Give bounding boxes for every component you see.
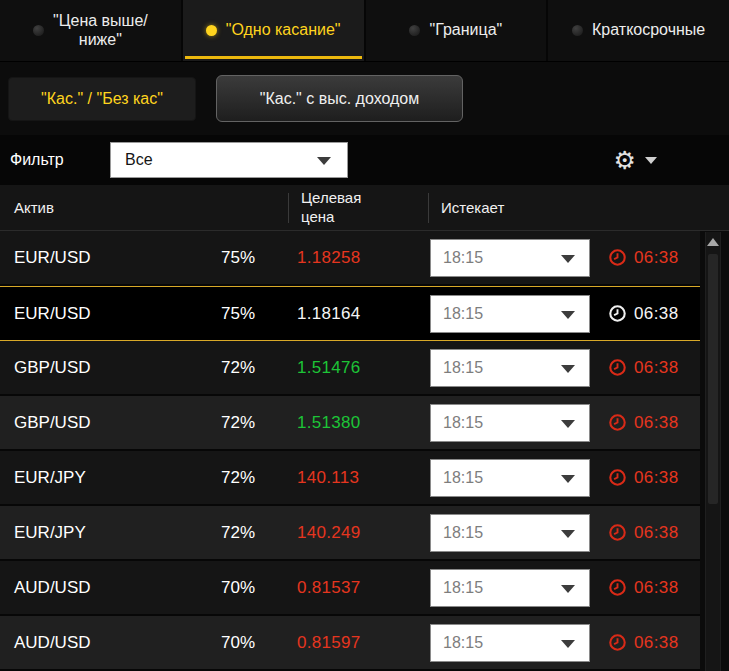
countdown-cell: 06:38 xyxy=(608,578,679,598)
expiry-select-value: 18:15 xyxy=(443,249,483,267)
expiry-select-value: 18:15 xyxy=(443,305,483,323)
payout-percent: 72% xyxy=(189,413,255,433)
payout-percent: 75% xyxy=(189,248,255,268)
countdown: 06:38 xyxy=(634,523,679,543)
target-price: 1.51476 xyxy=(255,358,430,378)
dropdown-arrow-icon xyxy=(561,311,575,319)
asset-name: EUR/JPY xyxy=(0,523,189,543)
table-row[interactable]: GBP/USD 72% 1.51476 18:15 06:38 xyxy=(0,341,700,396)
settings-control[interactable]: ⚙ xyxy=(614,148,657,173)
tab-3[interactable]: "Граница" xyxy=(366,0,549,61)
tab-radio-icon xyxy=(206,25,217,36)
vertical-scrollbar[interactable] xyxy=(705,232,721,671)
expiry-select-value: 18:15 xyxy=(443,634,483,652)
dropdown-arrow-icon xyxy=(561,475,575,483)
table-row[interactable]: AUD/USD 70% 0.81597 18:15 06:38 xyxy=(0,616,700,671)
table-row[interactable]: EUR/JPY 72% 140.249 18:15 06:38 xyxy=(0,506,700,561)
scroll-up-icon[interactable] xyxy=(707,238,719,246)
target-price: 0.81537 xyxy=(255,578,430,598)
payout-percent: 70% xyxy=(189,633,255,653)
tab-label: Краткосрочные xyxy=(592,21,705,40)
one-touch-options-panel: "Цена выше/ниже" "Одно касание" "Граница… xyxy=(0,0,729,671)
filter-select[interactable]: Все xyxy=(110,142,348,178)
asset-name: AUD/USD xyxy=(0,633,189,653)
clock-icon xyxy=(608,578,627,597)
header-line: Целевая xyxy=(301,189,428,208)
asset-name: AUD/USD xyxy=(0,578,189,598)
clock-icon xyxy=(608,358,627,377)
tab-label: "Одно касание" xyxy=(226,21,341,40)
expiry-select-value: 18:15 xyxy=(443,579,483,597)
column-header-asset: Актив xyxy=(0,199,288,216)
dropdown-arrow-icon xyxy=(561,365,575,373)
tab-1[interactable]: "Цена выше/ниже" xyxy=(0,0,183,61)
dropdown-arrow-icon xyxy=(561,585,575,593)
countdown-cell: 06:38 xyxy=(608,413,679,433)
expiry-select[interactable]: 18:15 xyxy=(430,514,590,552)
countdown-cell: 06:38 xyxy=(608,358,679,378)
table-row[interactable]: EUR/USD 75% 1.18164 18:15 06:38 xyxy=(0,286,700,341)
expiry-select[interactable]: 18:15 xyxy=(430,239,590,277)
expiry-select[interactable]: 18:15 xyxy=(430,404,590,442)
clock-icon xyxy=(608,413,627,432)
dropdown-arrow-icon xyxy=(561,640,575,648)
expiry-select[interactable]: 18:15 xyxy=(430,569,590,607)
countdown: 06:38 xyxy=(634,413,679,433)
target-price: 140.249 xyxy=(255,523,430,543)
tab-label: "Граница" xyxy=(429,21,502,40)
expiry-select[interactable]: 18:15 xyxy=(430,624,590,662)
clock-icon xyxy=(608,304,627,323)
expiry-select-value: 18:15 xyxy=(443,524,483,542)
countdown: 06:38 xyxy=(634,578,679,598)
option-type-button-2[interactable]: "Кас." с выс. доходом xyxy=(216,75,463,122)
countdown-cell: 06:38 xyxy=(608,304,679,324)
column-header-expires: Истекает xyxy=(429,199,504,216)
expiry-select[interactable]: 18:15 xyxy=(430,349,590,387)
tab-bar: "Цена выше/ниже" "Одно касание" "Граница… xyxy=(0,0,729,62)
dropdown-arrow-icon xyxy=(561,255,575,263)
expiry-select[interactable]: 18:15 xyxy=(430,295,590,333)
asset-name: GBP/USD xyxy=(0,358,189,378)
countdown: 06:38 xyxy=(634,358,679,378)
table-row[interactable]: EUR/USD 75% 1.18258 18:15 06:38 xyxy=(0,231,700,286)
tab-radio-icon xyxy=(33,25,44,36)
target-price: 0.81597 xyxy=(255,633,430,653)
asset-name: EUR/JPY xyxy=(0,468,189,488)
countdown-cell: 06:38 xyxy=(608,468,679,488)
expiry-select-value: 18:15 xyxy=(443,469,483,487)
scrollbar-thumb[interactable] xyxy=(708,254,718,504)
clock-icon xyxy=(608,468,627,487)
asset-name: GBP/USD xyxy=(0,413,189,433)
tab-radio-icon xyxy=(572,25,583,36)
column-header-target-price: Целевая цена xyxy=(289,189,428,227)
header-line: цена xyxy=(301,208,428,227)
clock-icon xyxy=(608,633,627,652)
expiry-select-value: 18:15 xyxy=(443,414,483,432)
countdown: 06:38 xyxy=(634,468,679,488)
table-row[interactable]: GBP/USD 72% 1.51380 18:15 06:38 xyxy=(0,396,700,451)
expiry-select[interactable]: 18:15 xyxy=(430,459,590,497)
target-price: 1.51380 xyxy=(255,413,430,433)
filter-bar: Фильтр Все ⚙ xyxy=(0,135,729,185)
payout-percent: 72% xyxy=(189,358,255,378)
clock-icon xyxy=(608,523,627,542)
countdown-cell: 06:38 xyxy=(608,633,679,653)
asset-name: EUR/USD xyxy=(0,304,189,324)
table-row[interactable]: EUR/JPY 72% 140.113 18:15 06:38 xyxy=(0,451,700,506)
dropdown-arrow-icon xyxy=(561,530,575,538)
chevron-down-icon xyxy=(645,157,657,164)
option-type-button-1[interactable]: "Кас." / "Без кас" xyxy=(8,77,196,121)
option-type-bar: "Кас." / "Без кас" "Кас." с выс. доходом xyxy=(0,62,729,135)
payout-percent: 75% xyxy=(189,304,255,324)
countdown: 06:38 xyxy=(634,633,679,653)
tab-radio-icon xyxy=(409,25,420,36)
table-row[interactable]: AUD/USD 70% 0.81537 18:15 06:38 xyxy=(0,561,700,616)
payout-percent: 70% xyxy=(189,578,255,598)
filter-label: Фильтр xyxy=(10,151,110,169)
tab-label: "Цена выше/ниже" xyxy=(53,12,148,50)
countdown: 06:38 xyxy=(634,248,679,268)
payout-percent: 72% xyxy=(189,523,255,543)
tab-4[interactable]: Краткосрочные xyxy=(548,0,729,61)
countdown: 06:38 xyxy=(634,304,679,324)
tab-2[interactable]: "Одно касание" xyxy=(183,0,366,61)
